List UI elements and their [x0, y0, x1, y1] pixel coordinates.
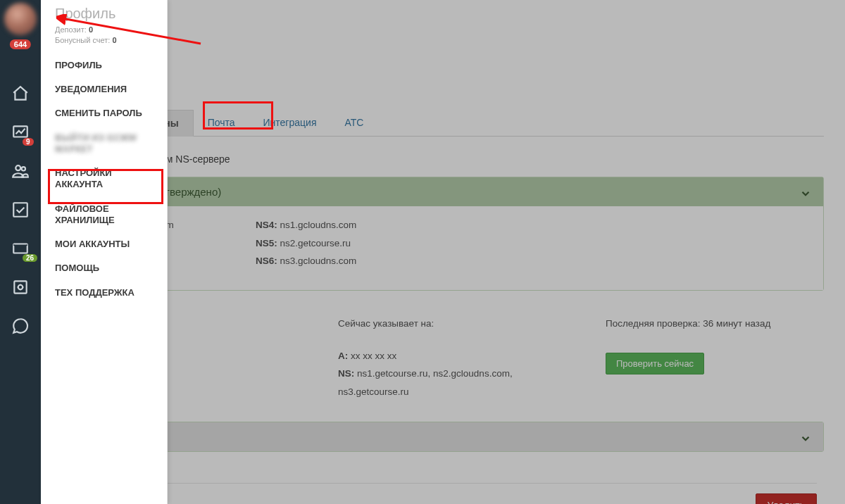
- rail-badge-top: 644: [0, 35, 41, 74]
- profile-panel: Профиль Депозит: 0 Бонусный счет: 0 ПРОФ…: [41, 0, 168, 504]
- house-icon: [11, 84, 30, 103]
- accordion-header[interactable]: ров (статус: подтверждено): [75, 177, 823, 206]
- rail-nav-reports[interactable]: 9: [0, 113, 41, 151]
- check-now-button[interactable]: Проверить сейчас: [606, 353, 704, 374]
- menu-tech-support[interactable]: ТЕХ ПОДДЕРЖКА: [41, 281, 167, 305]
- checkbox-icon: [11, 201, 30, 219]
- rail-nav-home[interactable]: [0, 74, 41, 113]
- rail-nav-users[interactable]: [0, 151, 41, 190]
- rail-nav-mail[interactable]: 26: [0, 229, 41, 267]
- users-icon: [11, 162, 30, 180]
- chat-c-icon: [11, 317, 30, 335]
- ns-mode-row: rse ★ На своём NS-сервере: [75, 149, 824, 177]
- chevron-down-icon: [799, 187, 812, 202]
- rail-nav-chat[interactable]: [0, 306, 41, 345]
- svg-point-2: [22, 167, 25, 170]
- badge-count: 26: [23, 254, 37, 262]
- tab-integration[interactable]: Интеграция: [249, 110, 331, 136]
- menu-profile[interactable]: ПРОФИЛЬ: [41, 53, 167, 77]
- svg-point-6: [18, 284, 23, 289]
- deposit-row: Депозит: 0: [41, 25, 167, 35]
- bonus-row: Бонусный счет: 0: [41, 35, 167, 46]
- rail-nav-tasks[interactable]: [0, 190, 41, 229]
- accordion-header[interactable]: S-записей: [75, 422, 823, 451]
- accordion-body: NS1 zz zz zz zz zzm NS4: ns1.gcloudns.co…: [75, 206, 823, 290]
- menu-change-password[interactable]: СМЕНИТЬ ПАРОЛЬ: [41, 101, 167, 125]
- avatar[interactable]: [4, 3, 37, 35]
- ns-servers-accordion: ров (статус: подтверждено) NS1 zz zz zz …: [75, 177, 824, 291]
- panel-menu: ПРОФИЛЬ УВЕДОМЛЕНИЯ СМЕНИТЬ ПАРОЛЬ ВЫЙТИ…: [41, 53, 167, 305]
- ns-right-col: NS4: ns1.gcloudns.com NS5: ns2.getcourse…: [256, 216, 812, 270]
- svg-point-1: [15, 165, 20, 170]
- menu-account-settings[interactable]: НАСТРОЙКИ АККАУНТА: [41, 161, 167, 197]
- svg-rect-5: [14, 281, 26, 293]
- chevron-down-icon: [799, 432, 812, 447]
- dns-records-accordion: S-записей: [75, 422, 824, 452]
- bottom-actions: ься к списку Удалить: [75, 493, 824, 504]
- separator: [84, 483, 817, 484]
- tab-ats[interactable]: АТС: [330, 110, 377, 136]
- menu-logout-market[interactable]: ВЫЙТИ ИЗ GCMW МАРКЕТ: [41, 126, 167, 162]
- current-pointing: Сейчас указывает на: A: xx xx xx xx NS: …: [338, 315, 577, 401]
- menu-notifications[interactable]: УВЕДОМЛЕНИЯ: [41, 77, 167, 101]
- panel-title: Профиль: [41, 0, 167, 25]
- menu-my-accounts[interactable]: МОИ АККАУНТЫ: [41, 232, 167, 256]
- tab-mail[interactable]: Почта: [194, 110, 249, 136]
- last-check: Последняя проверка: 36 минут назад Прове…: [606, 315, 817, 401]
- menu-file-storage[interactable]: ФАЙЛОВОЕ ХРАНИЛИЩЕ: [41, 197, 167, 233]
- svg-rect-4: [13, 244, 27, 253]
- rail-nav-safe[interactable]: [0, 267, 41, 306]
- badge-count: 9: [23, 138, 34, 146]
- domain-status-row: XXX X.XX.PU Сейчас указывает на: A: xx x…: [75, 302, 824, 422]
- svg-rect-3: [13, 203, 27, 217]
- page-title: аккаунта: [75, 79, 824, 103]
- tabs-bar: ойки Домены Почта Интеграция АТС: [75, 110, 824, 137]
- left-rail: 644 9 26: [0, 0, 41, 504]
- badge-count: 644: [10, 39, 31, 49]
- delete-button[interactable]: Удалить: [756, 493, 817, 504]
- menu-help[interactable]: ПОМОЩЬ: [41, 256, 167, 280]
- safe-icon: [11, 278, 30, 296]
